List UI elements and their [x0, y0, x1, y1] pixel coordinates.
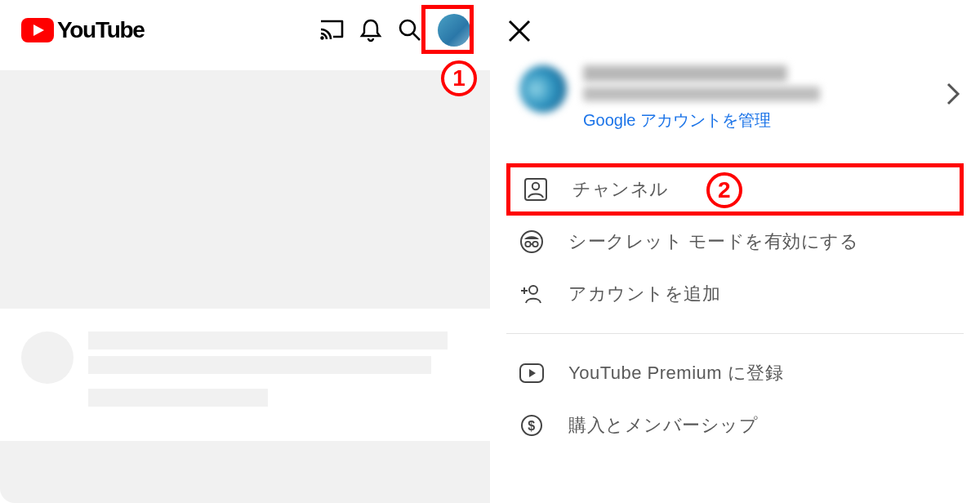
account-menu-panel: Google アカウントを管理 チャンネル 2 — [490, 0, 980, 503]
menu-item-premium[interactable]: YouTube Premium に登録 — [506, 347, 964, 399]
manage-google-account-link[interactable]: Google アカウントを管理 — [583, 109, 960, 131]
menu-label: アカウントを追加 — [568, 282, 720, 306]
menu-item-purchase[interactable]: $ 購入とメンバーシップ — [506, 399, 964, 452]
svg-point-10 — [525, 242, 530, 247]
youtube-play-icon — [21, 18, 54, 42]
menu-label: シークレット モードを有効にする — [568, 229, 858, 254]
close-button[interactable] — [500, 11, 539, 51]
chevron-right-icon — [946, 82, 960, 106]
account-switch-button[interactable] — [946, 82, 960, 109]
logo-text: YouTube — [57, 17, 145, 43]
notifications-button[interactable] — [351, 11, 390, 50]
annotation-number-2: 2 — [706, 172, 742, 208]
cast-icon — [318, 19, 345, 42]
cast-button[interactable] — [312, 11, 351, 50]
svg-point-3 — [400, 20, 415, 35]
svg-marker-17 — [529, 369, 536, 377]
menu-item-incognito[interactable]: シークレット モードを有効にする — [506, 216, 964, 268]
skeleton-line — [88, 332, 448, 349]
svg-point-8 — [532, 183, 539, 189]
video-thumbnail-skeleton — [0, 70, 490, 309]
menu-item-channel[interactable]: チャンネル 2 — [506, 163, 964, 216]
youtube-main-panel: YouTube — [0, 0, 490, 503]
incognito-icon — [518, 229, 546, 254]
svg-point-2 — [320, 36, 323, 39]
video-meta-skeleton — [0, 322, 490, 407]
svg-line-4 — [413, 33, 420, 40]
menu-label: チャンネル — [572, 177, 669, 202]
youtube-outline-icon — [518, 363, 546, 384]
dollar-icon: $ — [518, 413, 546, 438]
annotation-box-1 — [421, 5, 474, 54]
video-thumbnail-skeleton — [0, 441, 490, 503]
svg-point-13 — [529, 286, 537, 294]
account-header[interactable]: Google アカウントを管理 — [519, 65, 960, 131]
youtube-logo[interactable]: YouTube — [21, 17, 145, 43]
annotation-number-1: 1 — [441, 60, 477, 96]
menu-item-add-account[interactable]: アカウントを追加 — [506, 268, 964, 320]
svg-point-9 — [521, 231, 542, 252]
add-user-icon — [518, 282, 546, 306]
svg-point-11 — [532, 242, 537, 247]
account-menu: チャンネル 2 シークレット モードを有効にする — [506, 163, 964, 452]
menu-divider — [506, 333, 964, 334]
bell-icon — [359, 18, 382, 42]
search-icon — [398, 18, 422, 42]
topbar: YouTube — [0, 0, 490, 60]
menu-label: YouTube Premium に登録 — [568, 361, 783, 385]
menu-label: 購入とメンバーシップ — [568, 413, 758, 438]
skeleton-line — [88, 356, 431, 374]
account-name-blurred — [583, 65, 787, 82]
channel-avatar-skeleton — [21, 332, 74, 384]
close-icon — [506, 17, 533, 45]
user-icon — [522, 177, 550, 202]
account-avatar — [519, 65, 567, 113]
account-email-blurred — [583, 87, 820, 101]
svg-text:$: $ — [528, 419, 535, 433]
skeleton-line — [88, 389, 268, 407]
